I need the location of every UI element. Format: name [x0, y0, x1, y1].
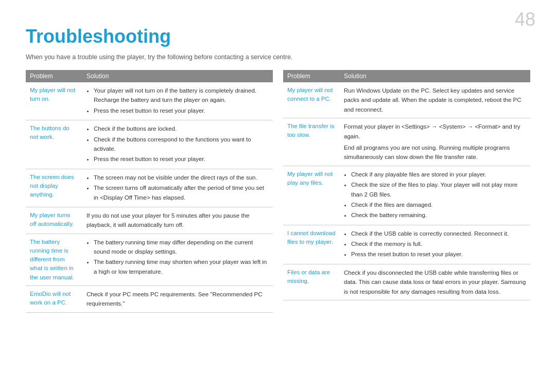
solution-item: Check the size of the files to play. You…	[351, 180, 526, 199]
solution-item: The screen turns off automatically after…	[94, 183, 269, 202]
solution-cell: Check if the USB cable is correctly conn…	[340, 225, 530, 264]
problem-cell: My player will not play any files.	[283, 166, 340, 225]
solution-text: Check if your PC meets PC requirements. …	[86, 290, 269, 309]
solution-item: Your player will not turn on if the batt…	[94, 86, 269, 105]
problem-cell: EmoDio will not work on a PC.	[26, 286, 82, 312]
table-row: My player will not turn on.Your player w…	[26, 82, 273, 120]
solution-item: Check if the memory is full.	[351, 239, 526, 248]
table-row: I cannot download files to my player.Che…	[283, 225, 530, 264]
table-row: EmoDio will not work on a PC.Check if yo…	[26, 286, 273, 312]
table-row: The file transfer is too slow.Format you…	[283, 118, 530, 166]
solution-cell: Check if the buttons are locked.Check if…	[82, 120, 273, 169]
solution-cell: Run Windows Update on the PC. Select key…	[340, 82, 530, 118]
page-title: Troubleshooting	[26, 26, 530, 47]
solution-cell: The screen may not be visible under the …	[82, 169, 273, 207]
solution-text: Run Windows Update on the PC. Select key…	[344, 86, 526, 114]
solution-cell: Check if any playable files are stored i…	[340, 166, 530, 225]
solution-item: The battery running time may shorten whe…	[94, 257, 269, 276]
table-row: The screen does not display anything.The…	[26, 169, 273, 207]
solution-text: End all programs you are not using. Runn…	[344, 143, 526, 162]
right-solution-header: Solution	[340, 70, 530, 82]
solution-item: Check if the USB cable is correctly conn…	[351, 229, 526, 238]
left-problem-header: Problem	[26, 70, 82, 82]
problem-cell: I cannot download files to my player.	[283, 225, 340, 264]
problem-cell: The buttons do not work.	[26, 120, 82, 169]
solution-cell: Check if you disconnected the USB cable …	[340, 264, 530, 300]
solution-item: Check if the buttons are locked.	[94, 124, 269, 133]
table-row: My player will not connect to a PC.Run W…	[283, 82, 530, 118]
solution-item: Press the reset button to reset your pla…	[94, 106, 269, 115]
solution-item: Check if any playable files are stored i…	[351, 170, 526, 179]
left-table: Problem Solution My player will not turn…	[26, 70, 273, 313]
problem-cell: The screen does not display anything.	[26, 169, 82, 207]
intro-text: When you have a trouble using the player…	[26, 54, 530, 61]
solution-item: The battery running time may differ depe…	[94, 238, 269, 257]
solution-item: Check if the buttons correspond to the f…	[94, 135, 269, 154]
left-solution-header: Solution	[82, 70, 273, 82]
solution-cell: Format your player in <Settings> → <Syst…	[340, 118, 530, 166]
solution-text: Check if you disconnected the USB cable …	[344, 268, 526, 296]
problem-cell: My player turns off automatically.	[26, 207, 82, 234]
solution-cell: If you do not use your player for 5 minu…	[82, 207, 273, 234]
problem-cell: The file transfer is too slow.	[283, 118, 340, 166]
right-table: Problem Solution My player will not conn…	[283, 70, 530, 313]
solution-item: Check the battery remaining.	[351, 210, 526, 220]
table-row: My player will not play any files.Check …	[283, 166, 530, 225]
table-row: The buttons do not work.Check if the but…	[26, 120, 273, 169]
table-row: Files or data are missing.Check if you d…	[283, 264, 530, 300]
page-number: 48	[515, 10, 535, 29]
problem-cell: The battery running time is different fr…	[26, 234, 82, 286]
solution-item: Check if the files are damaged.	[351, 200, 526, 209]
problem-cell: Files or data are missing.	[283, 264, 340, 300]
problem-cell: My player will not connect to a PC.	[283, 82, 340, 118]
solution-cell: Check if your PC meets PC requirements. …	[82, 286, 273, 312]
solution-text: If you do not use your player for 5 minu…	[86, 211, 269, 230]
problem-cell: My player will not turn on.	[26, 82, 82, 120]
table-row: My player turns off automatically.If you…	[26, 207, 273, 234]
solution-cell: Your player will not turn on if the batt…	[82, 82, 273, 120]
tables-wrapper: Problem Solution My player will not turn…	[26, 70, 530, 313]
solution-item: Press the reset button to reset your pla…	[351, 250, 526, 259]
solution-item: The screen may not be visible under the …	[94, 173, 269, 182]
table-row: The battery running time is different fr…	[26, 234, 273, 286]
solution-text: Format your player in <Settings> → <Syst…	[344, 122, 526, 141]
solution-item: Press the reset button to reset your pla…	[94, 154, 269, 164]
solution-cell: The battery running time may differ depe…	[82, 234, 273, 286]
right-problem-header: Problem	[283, 70, 340, 82]
